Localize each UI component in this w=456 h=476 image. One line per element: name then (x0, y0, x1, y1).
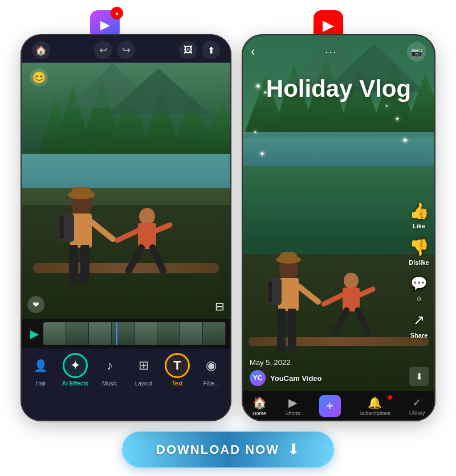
ai-effects-icon: ✦ (63, 353, 88, 378)
library-nav-label: Library (409, 410, 425, 416)
left-top-icons-left: 🏠 (32, 41, 50, 59)
svg-line-46 (360, 289, 373, 295)
shorts-nav-icon: ▶ (288, 396, 297, 409)
sparkle-7: ✦ (401, 135, 409, 146)
share-label: Share (410, 332, 428, 339)
svg-line-45 (324, 295, 343, 304)
svg-line-43 (335, 310, 347, 332)
share-icon[interactable]: ⬆ (202, 41, 220, 59)
youtube-top-controls: ‹ ··· 📷 (243, 42, 434, 61)
youtube-phone: ‹ ··· 📷 Holiday Vlog ✦ ✦ ✦ ✦ ✦ ✦ ✦ (242, 34, 435, 421)
hair-label: Hair (35, 380, 46, 387)
svg-rect-11 (69, 245, 78, 285)
filter-label: Filte... (203, 380, 219, 387)
more-button[interactable]: ··· (325, 46, 337, 58)
svg-rect-35 (288, 309, 296, 351)
back-button[interactable]: ‹ (251, 44, 255, 59)
home-nav-icon: 🏠 (253, 396, 267, 409)
svg-rect-17 (71, 187, 92, 198)
nav-subscriptions[interactable]: 🔔 Subscriptions (360, 396, 390, 416)
camera-button[interactable]: 📷 (407, 42, 426, 61)
channel-row: YC YouCam Video (250, 370, 427, 386)
comment-icon: 💬 (408, 273, 430, 294)
hair-icon: 👤 (28, 353, 54, 378)
like-icon: 👍 (408, 200, 430, 221)
nav-library[interactable]: ✓ Library (409, 396, 425, 416)
layout-icon: ⊞ (131, 353, 156, 378)
svg-rect-14 (59, 216, 64, 239)
timeline-frames[interactable] (43, 322, 226, 345)
layout-label: Layout (135, 380, 152, 387)
tool-filter[interactable]: ◉ Filte... (196, 353, 226, 387)
comment-action[interactable]: 💬 0 (408, 273, 430, 302)
nav-home[interactable]: 🏠 Home (253, 396, 267, 416)
sparkle-5: ✦ (253, 129, 258, 135)
holiday-vlog-title: Holiday Vlog (243, 75, 434, 102)
shorts-nav-label: Shorts (286, 411, 300, 416)
video-preview: ❤ ⊟ (22, 63, 230, 319)
sparkle-4: ✦ (385, 104, 389, 109)
youtube-bottom-nav: 🏠 Home ▶ Shorts + 🔔 Subscriptions (243, 391, 434, 420)
nav-shorts[interactable]: ▶ Shorts (286, 396, 300, 416)
compare-button[interactable]: ⊟ (215, 299, 225, 313)
download-now-button[interactable]: DOWNLOAD NOW ⬇ (122, 432, 334, 467)
svg-line-23 (156, 225, 170, 231)
svg-rect-40 (279, 252, 298, 262)
library-nav-icon: ✓ (413, 396, 421, 409)
left-top-bar: 🏠 ↩ ↪ 🖼 ⬆ (22, 35, 230, 63)
sparkle-6: ✦ (259, 149, 266, 158)
svg-line-22 (117, 231, 138, 240)
home-icon[interactable]: 🏠 (32, 41, 50, 59)
like-action[interactable]: 👍 Like (408, 200, 430, 229)
gallery-icon[interactable]: 🖼 (179, 41, 197, 59)
right-actions: 👍 Like 👎 Dislike 💬 0 ↗ Share (408, 200, 430, 339)
subscription-badge (387, 395, 393, 400)
youtube-video-bg: ‹ ··· 📷 Holiday Vlog ✦ ✦ ✦ ✦ ✦ ✦ ✦ (243, 35, 434, 420)
sparkle-2: ✦ (263, 89, 267, 96)
share-action-icon: ↗ (408, 309, 430, 331)
text-icon: T (165, 353, 190, 378)
comment-count: 0 (417, 296, 421, 302)
phones-row: 🏠 ↩ ↪ 🖼 ⬆ 😊 (21, 34, 435, 421)
dislike-action[interactable]: 👎 Dislike (408, 236, 430, 266)
heart-button[interactable]: ❤ (27, 296, 44, 313)
share-action[interactable]: ↗ Share (408, 309, 430, 339)
filter-icon: ◉ (198, 353, 223, 378)
home-nav-label: Home (253, 411, 266, 416)
tool-text[interactable]: T Text (162, 353, 192, 387)
download-section: DOWNLOAD NOW ⬇ (122, 432, 334, 467)
sparkle-3: ✦ (394, 115, 400, 123)
dislike-label: Dislike (409, 259, 429, 266)
subscriptions-nav-icon: 🔔 (368, 396, 382, 409)
music-icon: ♪ (97, 353, 122, 378)
undo-icon[interactable]: ↩ (94, 41, 112, 59)
main-container: ▶ ● ▶ 🏠 ↩ ↪ (0, 0, 456, 476)
tool-music[interactable]: ♪ Music (95, 353, 124, 387)
dislike-icon: 👎 (408, 236, 430, 258)
channel-name: YouCam Video (270, 374, 322, 383)
tool-ai-effects[interactable]: ✦ AI Effects (60, 353, 91, 387)
avatar-icon[interactable]: 😊 (30, 68, 48, 87)
like-label: Like (413, 223, 425, 229)
left-top-icons-right: 🖼 ⬆ (179, 41, 220, 59)
svg-line-38 (299, 286, 318, 302)
subscriptions-nav-label: Subscriptions (360, 411, 390, 416)
video-date: May 5, 2022 (250, 358, 427, 367)
svg-line-15 (92, 222, 113, 239)
channel-logo[interactable]: YC (250, 370, 266, 386)
create-button[interactable]: + (319, 395, 341, 417)
nav-create[interactable]: + (319, 395, 341, 417)
tool-layout[interactable]: ⊞ Layout (129, 353, 158, 387)
video-info-bar: May 5, 2022 YC YouCam Video (243, 358, 434, 391)
svg-rect-12 (80, 245, 89, 285)
ai-effects-label: AI Effects (62, 380, 88, 387)
text-label: Text (172, 380, 182, 387)
svg-line-44 (358, 310, 368, 332)
tool-hair[interactable]: 👤 Hair (26, 353, 56, 387)
music-label: Music (102, 380, 117, 387)
redo-icon[interactable]: ↪ (117, 41, 135, 59)
play-button[interactable]: ▶ (26, 326, 42, 342)
svg-point-41 (344, 273, 359, 289)
timeline-strip: ▶ (22, 319, 230, 348)
sparkle-1: ✦ (254, 81, 262, 92)
